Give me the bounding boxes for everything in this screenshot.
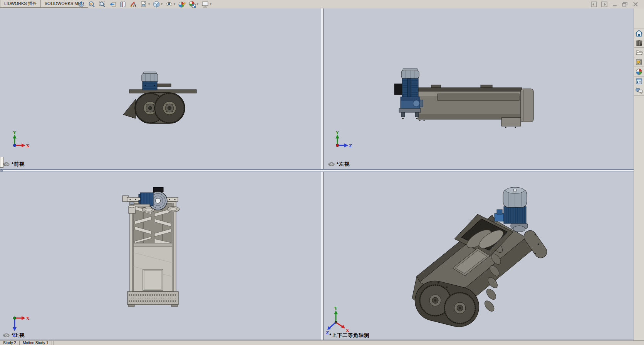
model-isometric-view — [323, 171, 634, 340]
linked-view-icon — [3, 162, 10, 166]
collapse-left-pane-icon — [591, 2, 597, 7]
section-view-button[interactable] — [119, 0, 127, 8]
previous-view-button[interactable] — [109, 0, 116, 8]
axis-x-label: X — [26, 143, 30, 148]
sketch-annotation-icon: A — [130, 1, 137, 8]
task-pane-design-library-button[interactable] — [634, 38, 644, 48]
view-orientation-button[interactable]: ▾ — [140, 0, 150, 8]
3d-drawing-view-button[interactable] — [78, 0, 85, 8]
view-toolbar: A ▾ ▾ — [78, 0, 211, 8]
edit-appearance-icon — [178, 1, 186, 8]
viewport-top[interactable]: X Z *上视 — [0, 171, 321, 340]
apply-scene-icon — [189, 1, 196, 8]
axis-x-label: X — [26, 316, 30, 321]
task-pane-custom-properties-button[interactable] — [634, 77, 644, 86]
edit-appearance-button[interactable] — [178, 0, 186, 8]
view-palette-icon — [636, 59, 642, 65]
top-view-label: *上视 — [3, 332, 25, 339]
left-view-triad: Y Z — [326, 131, 353, 158]
splitter-collapse-handle[interactable] — [0, 157, 3, 168]
task-pane-appearances-button[interactable] — [634, 67, 644, 77]
task-pane-home-button[interactable] — [634, 28, 644, 38]
left-view-label: *左视 — [328, 161, 350, 168]
task-pane-forum-button[interactable] — [634, 86, 644, 96]
apply-scene-caret[interactable]: ▾ — [197, 3, 198, 6]
sketch-annotation-button[interactable]: A — [130, 0, 137, 8]
view-settings-icon — [201, 1, 209, 8]
splitter-grip-dot — [0, 170, 3, 172]
axis-y-label: Y — [335, 131, 339, 135]
view-settings-button[interactable]: ▾ — [201, 0, 211, 8]
linked-view-icon — [3, 333, 10, 337]
viewport-left[interactable]: Y Z *左视 — [323, 8, 634, 169]
viewport-isometric[interactable]: Y X Z *上下二等角轴测 — [323, 171, 634, 340]
isometric-view-label-text: *上下二等角轴测 — [329, 332, 369, 339]
ribbon-tabs: LIDWORKS 插件 SOLIDWORKS MBD — [0, 0, 88, 8]
restore-button[interactable] — [622, 1, 628, 7]
apply-scene-button[interactable]: ▾ — [189, 0, 198, 8]
solidworks-window: LIDWORKS 插件 SOLIDWORKS MBD — [0, 0, 644, 345]
left-view-label-text: *左视 — [337, 161, 350, 168]
folder-icon — [636, 49, 643, 55]
axis-z-label: Z — [349, 143, 352, 148]
3d-drawing-view-icon — [78, 1, 85, 8]
display-style-icon — [153, 1, 160, 8]
close-icon — [633, 2, 638, 7]
section-view-icon — [119, 1, 127, 8]
zoom-to-fit-button[interactable] — [88, 0, 96, 8]
tab-strip-end — [52, 341, 54, 345]
front-view-label-text: *前视 — [12, 161, 25, 168]
collapse-right-pane-button[interactable] — [601, 1, 607, 7]
tab-motion-study-1[interactable]: Motion Study 1 — [20, 341, 52, 345]
display-style-button[interactable]: ▾ — [153, 0, 163, 8]
axis-y-label: Y — [13, 131, 16, 135]
zoom-to-area-button[interactable] — [99, 0, 106, 8]
task-pane-view-palette-button[interactable] — [634, 57, 644, 67]
collapse-right-pane-icon — [601, 2, 607, 7]
collapse-left-pane-button[interactable] — [590, 1, 597, 7]
appearances-sphere-icon — [636, 68, 642, 75]
model-front-view — [0, 8, 321, 169]
hide-show-items-button[interactable]: ▾ — [166, 0, 175, 8]
display-style-caret[interactable]: ▾ — [161, 3, 163, 6]
model-left-view — [323, 8, 634, 169]
window-controls — [590, 1, 639, 7]
front-view-label: *前视 — [3, 161, 25, 168]
viewport-front[interactable]: Y X *前视 — [0, 8, 321, 169]
linked-view-icon — [328, 162, 335, 166]
ribbon-tab-solidworks-addins[interactable]: LIDWORKS 插件 — [0, 0, 41, 8]
status-bar: Study 2 Motion Study 1 — [0, 340, 644, 345]
custom-properties-icon — [636, 78, 642, 85]
vertical-viewport-splitter[interactable] — [321, 8, 324, 340]
minimize-button[interactable] — [611, 1, 618, 7]
top-view-label-text: *上视 — [12, 332, 25, 339]
toolbar: LIDWORKS 插件 SOLIDWORKS MBD — [0, 0, 644, 9]
zoom-to-fit-icon — [88, 1, 96, 8]
minimize-icon — [612, 2, 617, 7]
close-button[interactable] — [632, 1, 639, 7]
task-pane-file-explorer-button[interactable] — [634, 48, 644, 57]
view-orientation-icon — [140, 1, 148, 8]
restore-icon — [622, 2, 628, 7]
task-pane — [634, 8, 644, 340]
view-orientation-caret[interactable]: ▾ — [148, 3, 150, 6]
previous-view-icon — [109, 1, 116, 8]
model-top-view — [0, 171, 321, 340]
hide-show-items-caret[interactable]: ▾ — [174, 3, 175, 6]
front-view-triad: Y X — [3, 131, 30, 158]
graphics-area: Y X *前视 — [0, 8, 634, 340]
axis-z-label: Z — [326, 330, 329, 335]
axis-y-label: Y — [334, 307, 337, 311]
isometric-view-label: *上下二等角轴测 — [329, 332, 369, 339]
horizontal-viewport-splitter[interactable] — [0, 169, 634, 172]
hide-show-items-icon — [166, 1, 173, 8]
tab-study-2[interactable]: Study 2 — [0, 341, 20, 345]
zoom-to-area-icon — [99, 1, 106, 8]
forum-chat-icon — [636, 88, 643, 94]
design-library-icon — [636, 40, 642, 46]
home-icon — [636, 30, 642, 37]
view-settings-caret[interactable]: ▾ — [210, 3, 211, 6]
